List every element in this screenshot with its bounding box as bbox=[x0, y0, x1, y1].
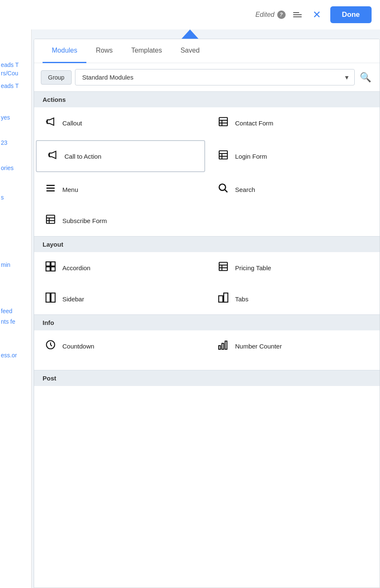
bg-text: min bbox=[1, 261, 11, 269]
bg-text: nts fe bbox=[1, 318, 15, 326]
pricing-table-label: Pricing Table bbox=[235, 264, 271, 271]
accordion-label: Accordion bbox=[62, 264, 91, 271]
bg-text: eads T bbox=[1, 82, 19, 90]
login-form-label: Login Form bbox=[235, 153, 267, 160]
svg-rect-32 bbox=[225, 341, 227, 349]
pricing-table-icon bbox=[217, 261, 229, 274]
sidebar-module-label: Sidebar bbox=[62, 295, 84, 303]
info-grid: Countdown Number Counter bbox=[34, 330, 380, 362]
search-module-icon bbox=[217, 183, 229, 196]
module-select[interactable]: Standard Modules Advanced Modules bbox=[75, 69, 355, 85]
modules-panel: Modules Rows Templates Saved Group Stand… bbox=[34, 39, 380, 588]
bg-text: feed bbox=[1, 307, 12, 316]
edited-label-text: Edited bbox=[255, 11, 274, 19]
bg-text: rs/Cou bbox=[1, 69, 18, 78]
module-item-menu[interactable]: Menu bbox=[34, 174, 207, 205]
number-counter-icon bbox=[217, 339, 229, 353]
top-bar: Edited ? ✕ Done bbox=[0, 0, 380, 29]
svg-rect-26 bbox=[51, 293, 55, 302]
callout-label: Callout bbox=[62, 120, 82, 127]
layout-grid: Accordion Pricing Table bbox=[34, 252, 380, 314]
subscribe-form-label: Subscribe Form bbox=[62, 217, 107, 224]
countdown-icon bbox=[45, 339, 56, 353]
bg-text: ories bbox=[1, 164, 13, 173]
svg-rect-19 bbox=[46, 267, 50, 271]
bg-text: yes bbox=[1, 114, 10, 122]
actions-grid: Callout Contact Form bbox=[34, 107, 380, 236]
module-item-subscribe-form[interactable]: Subscribe Form bbox=[34, 205, 207, 236]
contact-form-icon bbox=[217, 116, 229, 130]
svg-rect-13 bbox=[46, 215, 55, 223]
module-item-countdown[interactable]: Countdown bbox=[34, 330, 207, 362]
section-header-posts: Post bbox=[34, 370, 380, 386]
bg-text: s bbox=[1, 194, 4, 202]
svg-rect-31 bbox=[222, 343, 224, 349]
countdown-label: Countdown bbox=[62, 343, 94, 350]
svg-rect-18 bbox=[51, 262, 55, 266]
module-item-pricing-table[interactable]: Pricing Table bbox=[207, 252, 380, 283]
svg-rect-0 bbox=[219, 117, 227, 126]
contact-form-label: Contact Form bbox=[235, 120, 273, 127]
help-icon[interactable]: ? bbox=[277, 11, 286, 19]
tab-saved[interactable]: Saved bbox=[171, 39, 209, 63]
svg-rect-27 bbox=[219, 296, 223, 302]
callout-icon bbox=[45, 116, 56, 130]
bg-text: eads T bbox=[1, 61, 19, 69]
menu-label: Menu bbox=[62, 186, 78, 193]
module-item-search[interactable]: Search bbox=[207, 174, 380, 205]
svg-rect-4 bbox=[219, 151, 227, 159]
svg-rect-25 bbox=[46, 293, 50, 302]
group-button[interactable]: Group bbox=[41, 70, 72, 85]
sidebar-module-icon bbox=[45, 292, 56, 306]
call-to-action-label: Call to Action bbox=[64, 153, 102, 160]
module-item-accordion[interactable]: Accordion bbox=[34, 252, 207, 283]
module-item-callout[interactable]: Callout bbox=[34, 107, 207, 138]
tab-templates[interactable]: Templates bbox=[122, 39, 171, 63]
done-button[interactable]: Done bbox=[330, 6, 372, 23]
panel-content[interactable]: Actions Callout bbox=[34, 91, 380, 588]
accordion-icon bbox=[45, 261, 56, 274]
search-icon[interactable]: 🔍 bbox=[358, 70, 373, 85]
module-item-contact-form[interactable]: Contact Form bbox=[207, 107, 380, 138]
section-header-info: Info bbox=[34, 314, 380, 330]
subscribe-form-icon bbox=[45, 214, 56, 227]
tabs-module-icon bbox=[217, 292, 229, 306]
svg-point-11 bbox=[219, 184, 225, 190]
background-sidebar: eads Trs/Coueads Tyes23oriessminfeednts … bbox=[0, 0, 32, 588]
svg-rect-20 bbox=[51, 267, 55, 271]
section-header-layout: Layout bbox=[34, 236, 380, 252]
login-form-icon bbox=[217, 149, 229, 163]
section-header-actions: Actions bbox=[34, 91, 380, 107]
svg-rect-17 bbox=[46, 262, 50, 266]
list-icon[interactable] bbox=[292, 11, 303, 19]
module-item-call-to-action[interactable]: Call to Action bbox=[36, 140, 205, 172]
search-label: Search bbox=[235, 186, 255, 193]
tabs-module-label: Tabs bbox=[235, 295, 249, 303]
svg-rect-28 bbox=[224, 293, 228, 302]
module-select-wrapper: Standard Modules Advanced Modules ▼ bbox=[75, 69, 355, 85]
menu-icon bbox=[45, 183, 56, 196]
tab-rows[interactable]: Rows bbox=[86, 39, 122, 63]
bg-text: 23 bbox=[1, 139, 8, 147]
call-to-action-icon bbox=[47, 149, 59, 163]
bg-text: ess.or bbox=[1, 351, 17, 360]
triangle-pointer bbox=[182, 29, 198, 39]
close-button[interactable]: ✕ bbox=[309, 7, 324, 22]
module-item-number-counter[interactable]: Number Counter bbox=[207, 330, 380, 362]
svg-rect-30 bbox=[219, 346, 220, 349]
module-item-sidebar[interactable]: Sidebar bbox=[34, 283, 207, 314]
module-item-login-form[interactable]: Login Form bbox=[207, 138, 380, 174]
number-counter-label: Number Counter bbox=[235, 343, 282, 350]
group-selector-row: Group Standard Modules Advanced Modules … bbox=[34, 63, 380, 91]
edited-status: Edited ? bbox=[255, 11, 285, 19]
tab-modules[interactable]: Modules bbox=[43, 39, 86, 63]
module-item-tabs[interactable]: Tabs bbox=[207, 283, 380, 314]
tabs-row: Modules Rows Templates Saved bbox=[34, 39, 380, 63]
svg-line-12 bbox=[225, 189, 227, 192]
svg-rect-21 bbox=[219, 262, 227, 271]
